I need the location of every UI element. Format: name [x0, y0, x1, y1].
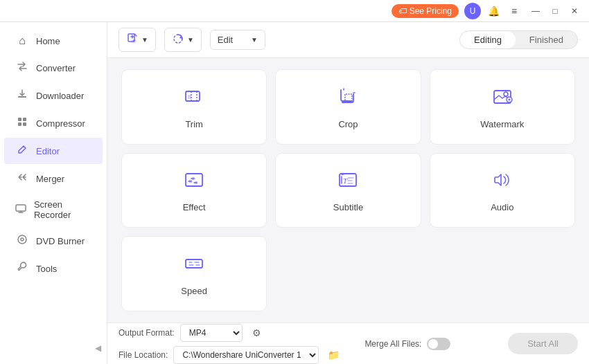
svg-rect-5 — [16, 205, 26, 211]
tool-card-subtitle[interactable]: T Subtitle — [275, 153, 421, 228]
title-bar-icons: U 🔔 ≡ — [464, 3, 522, 19]
sidebar-item-label: Home — [36, 36, 60, 46]
sidebar-item-downloader[interactable]: Downloader — [4, 82, 103, 109]
menu-icon[interactable]: ≡ — [506, 3, 522, 19]
tool-card-effect[interactable]: Effect — [121, 153, 267, 228]
sidebar-item-label: Tools — [36, 264, 57, 274]
merge-all-field: Merge All Files: — [364, 338, 450, 350]
compressor-icon — [15, 116, 29, 130]
tab-editing[interactable]: Editing — [460, 31, 516, 48]
dvd-burner-icon — [15, 234, 29, 248]
audio-icon — [490, 167, 515, 195]
window-controls: — □ ✕ — [527, 2, 583, 20]
svg-point-6 — [18, 235, 26, 244]
trim-label: Trim — [185, 119, 203, 129]
rotate-icon — [172, 33, 184, 47]
sidebar-item-home[interactable]: ⌂ Home — [4, 28, 103, 53]
chevron-down-icon: ▼ — [141, 36, 148, 44]
minimize-button[interactable]: — — [527, 2, 545, 20]
tab-finished[interactable]: Finished — [516, 31, 577, 48]
audio-label: Audio — [491, 202, 513, 212]
file-add-icon — [126, 33, 139, 47]
trim-icon — [182, 84, 206, 112]
sidebar-item-label: Merger — [36, 174, 64, 184]
tab-group: Editing Finished — [459, 30, 578, 49]
downloader-icon — [15, 89, 29, 102]
sidebar-item-compressor[interactable]: Compressor — [4, 110, 103, 136]
merge-all-toggle[interactable] — [427, 338, 450, 350]
crop-icon — [335, 84, 360, 112]
svg-rect-1 — [18, 118, 21, 121]
screen-recorder-icon — [15, 203, 27, 217]
collapse-icon: ◀ — [95, 343, 101, 353]
sidebar-item-tools[interactable]: Tools — [4, 255, 103, 282]
app-body: ⌂ Home Converter Downloader Compressor — [0, 22, 589, 364]
toolbar: ▼ ▼ Edit ▼ Editing Finished — [107, 22, 589, 58]
svg-text:T: T — [343, 176, 348, 185]
svg-rect-3 — [18, 122, 21, 126]
watermark-label: Watermark — [480, 119, 524, 129]
tool-card-watermark[interactable]: Watermark — [430, 69, 575, 145]
sidebar-item-converter[interactable]: Converter — [4, 55, 103, 81]
output-format-select[interactable]: MP4 — [180, 324, 243, 342]
notification-icon[interactable]: 🔔 — [485, 3, 502, 19]
sidebar-item-merger[interactable]: Merger — [4, 165, 103, 192]
tools-icon — [15, 262, 29, 275]
svg-rect-12 — [188, 95, 191, 99]
svg-point-15 — [504, 92, 508, 96]
effect-label: Effect — [183, 202, 206, 212]
svg-point-7 — [21, 238, 24, 241]
chevron-down-icon2: ▼ — [187, 36, 194, 44]
speed-label: Speed — [181, 286, 207, 296]
sidebar: ⌂ Home Converter Downloader Compressor — [0, 22, 107, 364]
merge-all-label: Merge All Files: — [364, 339, 421, 349]
tool-card-speed[interactable]: Speed — [121, 236, 267, 311]
content-area: ▼ ▼ Edit ▼ Editing Finished — [107, 22, 589, 364]
sidebar-item-label: Editor — [36, 146, 60, 156]
output-settings-icon[interactable]: ⚙ — [248, 324, 266, 342]
file-location-label: File Location: — [118, 350, 168, 360]
sidebar-item-dvd-burner[interactable]: DVD Burner — [4, 228, 103, 254]
subtitle-label: Subtitle — [333, 202, 363, 212]
sidebar-collapse[interactable]: ◀ — [0, 338, 107, 358]
output-format-field: Output Format: MP4 ⚙ — [118, 324, 342, 342]
sidebar-item-label: DVD Burner — [36, 236, 85, 246]
folder-browse-icon[interactable]: 📁 — [324, 346, 342, 364]
title-bar: 🏷 See Pricing U 🔔 ≡ — □ ✕ — [0, 0, 589, 22]
tag-icon: 🏷 — [398, 6, 407, 16]
see-pricing-button[interactable]: 🏷 See Pricing — [392, 4, 459, 18]
merger-icon — [15, 172, 29, 185]
add-from-button[interactable]: ▼ — [164, 28, 202, 52]
svg-rect-13 — [345, 94, 352, 101]
editor-grid: Trim Crop — [107, 58, 589, 322]
svg-rect-0 — [18, 96, 26, 98]
empty-cell-1 — [275, 236, 421, 311]
sidebar-item-editor[interactable]: Editor — [4, 138, 103, 164]
sidebar-item-screen-recorder[interactable]: Screen Recorder — [4, 193, 103, 226]
start-all-button[interactable]: Start All — [508, 333, 578, 354]
close-button[interactable]: ✕ — [565, 2, 583, 20]
watermark-icon — [490, 84, 515, 112]
svg-rect-2 — [23, 118, 26, 121]
edit-dropdown[interactable]: Edit ▼ — [210, 30, 265, 50]
sidebar-item-label: Converter — [36, 63, 76, 73]
home-icon: ⌂ — [15, 35, 29, 47]
file-location-field: File Location: C:\Wondershare UniConvert… — [118, 346, 342, 364]
converter-icon — [15, 61, 29, 75]
file-location-select[interactable]: C:\Wondershare UniConverter 1 — [173, 346, 319, 364]
svg-rect-23 — [186, 260, 202, 268]
avatar[interactable]: U — [464, 3, 481, 19]
add-file-button[interactable]: ▼ — [118, 28, 156, 52]
svg-point-18 — [189, 180, 192, 183]
sidebar-item-label: Screen Recorder — [34, 199, 91, 220]
maximize-button[interactable]: □ — [546, 2, 564, 20]
speed-icon — [182, 251, 206, 279]
bottom-bar: Output Format: MP4 ⚙ File Location: C:\W… — [107, 322, 589, 364]
tool-card-crop[interactable]: Crop — [275, 69, 421, 145]
tool-card-audio[interactable]: Audio — [430, 153, 575, 228]
sidebar-item-label: Compressor — [36, 118, 85, 129]
effect-icon — [182, 167, 206, 195]
svg-point-20 — [195, 181, 197, 184]
tool-card-trim[interactable]: Trim — [121, 69, 267, 145]
editor-icon — [15, 144, 29, 158]
